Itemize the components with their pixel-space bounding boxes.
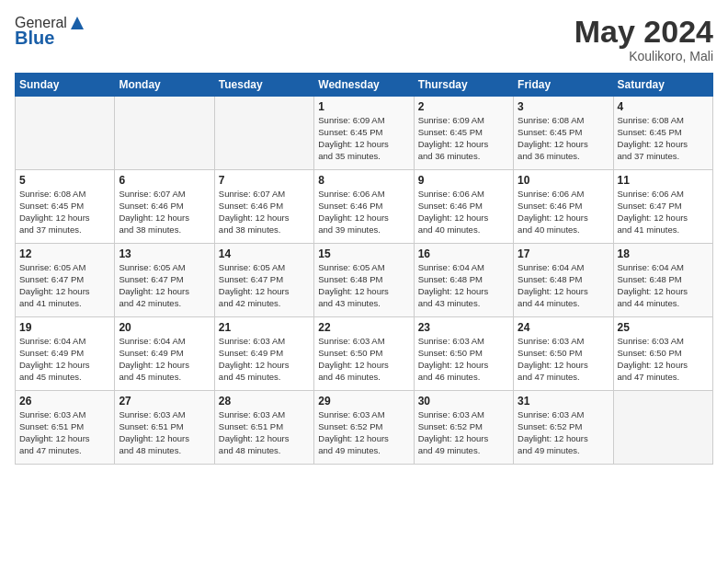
cell-w5-d4: 30Sunrise: 6:03 AM Sunset: 6:52 PM Dayli… xyxy=(414,391,513,465)
cell-w1-d4: 2Sunrise: 6:09 AM Sunset: 6:45 PM Daylig… xyxy=(414,97,513,170)
cell-w4-d4: 23Sunrise: 6:03 AM Sunset: 6:50 PM Dayli… xyxy=(414,317,513,391)
day-info: Sunrise: 6:03 AM Sunset: 6:51 PM Dayligh… xyxy=(19,409,110,456)
day-number: 1 xyxy=(318,100,409,113)
day-number: 14 xyxy=(219,247,310,260)
week-row-3: 12Sunrise: 6:05 AM Sunset: 6:47 PM Dayli… xyxy=(16,244,713,317)
day-number: 9 xyxy=(418,174,509,187)
day-number: 18 xyxy=(618,247,709,260)
cell-w1-d1 xyxy=(115,97,214,170)
day-number: 20 xyxy=(119,321,210,334)
day-number: 8 xyxy=(318,174,409,187)
cell-w3-d0: 12Sunrise: 6:05 AM Sunset: 6:47 PM Dayli… xyxy=(16,244,115,317)
week-row-1: 1Sunrise: 6:09 AM Sunset: 6:45 PM Daylig… xyxy=(16,97,713,170)
day-number: 13 xyxy=(119,247,210,260)
cell-w4-d6: 25Sunrise: 6:03 AM Sunset: 6:50 PM Dayli… xyxy=(613,317,712,391)
day-info: Sunrise: 6:04 AM Sunset: 6:49 PM Dayligh… xyxy=(19,336,110,383)
cell-w4-d0: 19Sunrise: 6:04 AM Sunset: 6:49 PM Dayli… xyxy=(16,317,115,391)
cell-w5-d2: 28Sunrise: 6:03 AM Sunset: 6:51 PM Dayli… xyxy=(214,391,313,465)
cell-w3-d5: 17Sunrise: 6:04 AM Sunset: 6:48 PM Dayli… xyxy=(514,244,613,317)
header: General Blue May 2024 Koulikoro, Mali xyxy=(15,15,713,63)
cell-w2-d0: 5Sunrise: 6:08 AM Sunset: 6:45 PM Daylig… xyxy=(16,170,115,244)
day-number: 17 xyxy=(518,247,609,260)
cell-w2-d1: 6Sunrise: 6:07 AM Sunset: 6:46 PM Daylig… xyxy=(115,170,214,244)
cell-w5-d3: 29Sunrise: 6:03 AM Sunset: 6:52 PM Dayli… xyxy=(314,391,414,465)
day-info: Sunrise: 6:03 AM Sunset: 6:50 PM Dayligh… xyxy=(618,336,709,383)
calendar-table: Sunday Monday Tuesday Wednesday Thursday… xyxy=(15,73,713,465)
day-info: Sunrise: 6:05 AM Sunset: 6:47 PM Dayligh… xyxy=(119,262,210,309)
day-info: Sunrise: 6:08 AM Sunset: 6:45 PM Dayligh… xyxy=(518,115,609,162)
day-info: Sunrise: 6:09 AM Sunset: 6:45 PM Dayligh… xyxy=(418,115,509,162)
day-info: Sunrise: 6:05 AM Sunset: 6:48 PM Dayligh… xyxy=(318,262,409,309)
day-number: 12 xyxy=(19,247,110,260)
day-info: Sunrise: 6:04 AM Sunset: 6:48 PM Dayligh… xyxy=(518,262,609,309)
day-info: Sunrise: 6:03 AM Sunset: 6:50 PM Dayligh… xyxy=(518,336,609,383)
day-info: Sunrise: 6:03 AM Sunset: 6:50 PM Dayligh… xyxy=(418,336,509,383)
logo: General Blue xyxy=(15,15,85,49)
day-info: Sunrise: 6:07 AM Sunset: 6:46 PM Dayligh… xyxy=(219,189,310,236)
day-number: 23 xyxy=(418,321,509,334)
col-thursday: Thursday xyxy=(414,74,513,97)
cell-w4-d5: 24Sunrise: 6:03 AM Sunset: 6:50 PM Dayli… xyxy=(514,317,613,391)
day-info: Sunrise: 6:03 AM Sunset: 6:51 PM Dayligh… xyxy=(219,409,310,456)
col-monday: Monday xyxy=(115,74,214,97)
cell-w3-d3: 15Sunrise: 6:05 AM Sunset: 6:48 PM Dayli… xyxy=(314,244,414,317)
cell-w2-d5: 10Sunrise: 6:06 AM Sunset: 6:46 PM Dayli… xyxy=(514,170,613,244)
col-wednesday: Wednesday xyxy=(314,74,414,97)
cell-w1-d3: 1Sunrise: 6:09 AM Sunset: 6:45 PM Daylig… xyxy=(314,97,414,170)
day-info: Sunrise: 6:04 AM Sunset: 6:48 PM Dayligh… xyxy=(418,262,509,309)
cell-w2-d6: 11Sunrise: 6:06 AM Sunset: 6:47 PM Dayli… xyxy=(613,170,712,244)
day-number: 2 xyxy=(418,100,509,113)
day-info: Sunrise: 6:03 AM Sunset: 6:49 PM Dayligh… xyxy=(219,336,310,383)
day-number: 6 xyxy=(119,174,210,187)
week-row-4: 19Sunrise: 6:04 AM Sunset: 6:49 PM Dayli… xyxy=(16,317,713,391)
day-info: Sunrise: 6:06 AM Sunset: 6:46 PM Dayligh… xyxy=(418,189,509,236)
cell-w5-d5: 31Sunrise: 6:03 AM Sunset: 6:52 PM Dayli… xyxy=(514,391,613,465)
day-info: Sunrise: 6:05 AM Sunset: 6:47 PM Dayligh… xyxy=(19,262,110,309)
svg-marker-0 xyxy=(71,17,84,29)
day-info: Sunrise: 6:03 AM Sunset: 6:52 PM Dayligh… xyxy=(318,409,409,456)
day-info: Sunrise: 6:03 AM Sunset: 6:50 PM Dayligh… xyxy=(318,336,409,383)
day-info: Sunrise: 6:06 AM Sunset: 6:46 PM Dayligh… xyxy=(318,189,409,236)
title-block: May 2024 Koulikoro, Mali xyxy=(574,15,713,63)
col-sunday: Sunday xyxy=(16,74,115,97)
cell-w2-d4: 9Sunrise: 6:06 AM Sunset: 6:46 PM Daylig… xyxy=(414,170,513,244)
day-number: 3 xyxy=(518,100,609,113)
day-number: 19 xyxy=(19,321,110,334)
day-info: Sunrise: 6:07 AM Sunset: 6:46 PM Dayligh… xyxy=(119,189,210,236)
day-number: 11 xyxy=(618,174,709,187)
calendar-title: May 2024 xyxy=(574,15,713,49)
day-number: 25 xyxy=(618,321,709,334)
cell-w4-d1: 20Sunrise: 6:04 AM Sunset: 6:49 PM Dayli… xyxy=(115,317,214,391)
cell-w2-d3: 8Sunrise: 6:06 AM Sunset: 6:46 PM Daylig… xyxy=(314,170,414,244)
day-info: Sunrise: 6:08 AM Sunset: 6:45 PM Dayligh… xyxy=(19,189,110,236)
day-info: Sunrise: 6:05 AM Sunset: 6:47 PM Dayligh… xyxy=(219,262,310,309)
cell-w3-d4: 16Sunrise: 6:04 AM Sunset: 6:48 PM Dayli… xyxy=(414,244,513,317)
col-friday: Friday xyxy=(514,74,613,97)
week-row-2: 5Sunrise: 6:08 AM Sunset: 6:45 PM Daylig… xyxy=(16,170,713,244)
col-saturday: Saturday xyxy=(613,74,712,97)
calendar-header-row: Sunday Monday Tuesday Wednesday Thursday… xyxy=(16,74,713,97)
cell-w3-d2: 14Sunrise: 6:05 AM Sunset: 6:47 PM Dayli… xyxy=(214,244,313,317)
cell-w3-d1: 13Sunrise: 6:05 AM Sunset: 6:47 PM Dayli… xyxy=(115,244,214,317)
day-info: Sunrise: 6:06 AM Sunset: 6:47 PM Dayligh… xyxy=(618,189,709,236)
day-number: 5 xyxy=(19,174,110,187)
cell-w5-d0: 26Sunrise: 6:03 AM Sunset: 6:51 PM Dayli… xyxy=(16,391,115,465)
week-row-5: 26Sunrise: 6:03 AM Sunset: 6:51 PM Dayli… xyxy=(16,391,713,465)
cell-w1-d6: 4Sunrise: 6:08 AM Sunset: 6:45 PM Daylig… xyxy=(613,97,712,170)
day-number: 15 xyxy=(318,247,409,260)
cell-w2-d2: 7Sunrise: 6:07 AM Sunset: 6:46 PM Daylig… xyxy=(214,170,313,244)
day-info: Sunrise: 6:03 AM Sunset: 6:52 PM Dayligh… xyxy=(418,409,509,456)
cell-w4-d3: 22Sunrise: 6:03 AM Sunset: 6:50 PM Dayli… xyxy=(314,317,414,391)
day-number: 27 xyxy=(119,395,210,408)
day-info: Sunrise: 6:04 AM Sunset: 6:49 PM Dayligh… xyxy=(119,336,210,383)
day-number: 4 xyxy=(618,100,709,113)
day-number: 29 xyxy=(318,395,409,408)
day-number: 10 xyxy=(518,174,609,187)
col-tuesday: Tuesday xyxy=(214,74,313,97)
day-number: 26 xyxy=(19,395,110,408)
cell-w3-d6: 18Sunrise: 6:04 AM Sunset: 6:48 PM Dayli… xyxy=(613,244,712,317)
cell-w1-d0 xyxy=(16,97,115,170)
day-number: 30 xyxy=(418,395,509,408)
day-info: Sunrise: 6:03 AM Sunset: 6:52 PM Dayligh… xyxy=(518,409,609,456)
day-number: 28 xyxy=(219,395,310,408)
